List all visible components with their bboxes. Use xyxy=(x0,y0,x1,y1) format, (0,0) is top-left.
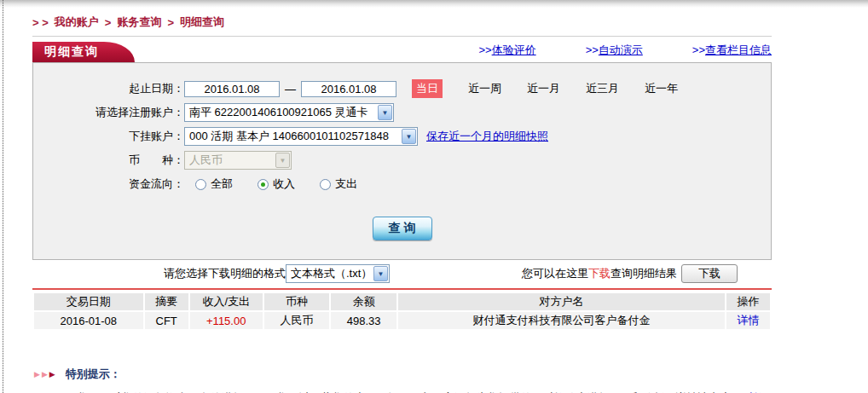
cell-action: 详情 xyxy=(726,312,770,329)
currency-row: 币 种： 人民币 ▼ xyxy=(33,148,771,172)
quick-range-month-button[interactable]: 近一月 xyxy=(527,81,560,96)
link-prefix: >> xyxy=(692,43,705,56)
flow-option-income-label: 收入 xyxy=(273,176,295,192)
date-from-input[interactable] xyxy=(184,81,280,97)
download-hint-suffix: 查询明细结果 xyxy=(610,266,677,281)
chevron-down-icon: ▼ xyxy=(373,266,388,281)
col-header-action: 操作 xyxy=(726,293,770,310)
flow-option-income[interactable]: 收入 xyxy=(258,176,295,192)
quick-range-year-button[interactable]: 近一年 xyxy=(645,81,678,96)
triangle-arrow-icon: ▶ xyxy=(34,371,40,379)
col-header-date: 交易日期 xyxy=(34,293,143,310)
quick-range-3months-button[interactable]: 近三月 xyxy=(586,81,619,96)
sub-account-row: 下挂账户： 000 活期 基本户 1406600101102571848 ▼ 保… xyxy=(33,124,771,148)
page-title: 明细查询 xyxy=(44,44,99,58)
download-hint-emphasis: 下载 xyxy=(588,266,610,281)
currency-value: 人民币 xyxy=(185,153,275,168)
col-header-amount: 收入/支出 xyxy=(190,293,263,310)
col-header-summary: 摘要 xyxy=(145,293,188,310)
breadcrumb-separator: > xyxy=(167,16,174,29)
table-header-row: 交易日期 摘要 收入/支出 币种 余额 对方户名 操作 xyxy=(34,293,770,310)
top-gradient-bar xyxy=(0,0,868,8)
cell-summary: CFT xyxy=(145,312,188,329)
fund-flow-row: 资金流向： 全部 收入 支出 xyxy=(33,172,771,196)
link-auto-demo[interactable]: >>自动演示 xyxy=(586,43,643,58)
top-links: >>体验评价 >>自动演示 >>查看栏目信息 xyxy=(478,43,772,62)
col-header-balance: 余额 xyxy=(331,293,396,310)
radio-unchecked-icon[interactable] xyxy=(320,179,331,190)
breadcrumb-detail-query: 明细查询 xyxy=(180,14,224,30)
chevron-down-icon: ▼ xyxy=(275,153,290,168)
sub-account-label: 下挂账户： xyxy=(33,129,184,144)
link-label: 体验评价 xyxy=(492,43,536,56)
register-account-select[interactable]: 南平 6222001406100921065 灵通卡 ▼ xyxy=(184,103,394,122)
cell-balance: 498.33 xyxy=(331,312,396,329)
date-to-input[interactable] xyxy=(301,81,396,97)
download-hint-prefix: 您可以在这里 xyxy=(522,266,588,281)
query-form-panel: 起止日期： — 当日 近一周 近一月 近三月 近一年 请选择注册账户： 南平 6… xyxy=(32,62,772,260)
quick-range-week-button[interactable]: 近一周 xyxy=(468,81,501,96)
radio-checked-icon[interactable] xyxy=(258,179,269,190)
results-table: 交易日期 摘要 收入/支出 币种 余额 对方户名 操作 2016-01-08 C… xyxy=(32,292,772,331)
download-format-label: 请您选择下载明细的格式 xyxy=(164,266,286,281)
register-account-row: 请选择注册账户： 南平 6222001406100921065 灵通卡 ▼ xyxy=(33,101,771,124)
flow-option-all[interactable]: 全部 xyxy=(195,176,233,192)
fund-flow-label: 资金流向： xyxy=(33,176,184,192)
table-top-rule xyxy=(32,288,772,290)
date-separator: — xyxy=(285,83,296,95)
col-header-counterparty: 对方户名 xyxy=(398,293,725,310)
cell-counterparty: 财付通支付科技有限公司客户备付金 xyxy=(398,312,725,329)
notes-title: 特别提示： xyxy=(66,367,121,382)
flow-option-expense[interactable]: 支出 xyxy=(320,176,357,192)
main-content: > > 我的账户 > 账务查询 > 明细查询 明细查询 >>体验评价 >>自动演… xyxy=(32,14,772,393)
cell-currency: 人民币 xyxy=(264,312,330,329)
download-button[interactable]: 下载 xyxy=(681,264,738,283)
detail-link[interactable]: 详情 xyxy=(737,314,759,327)
link-view-column-info[interactable]: >>查看栏目信息 xyxy=(692,43,772,58)
col-header-currency: 币种 xyxy=(264,293,330,310)
save-monthly-snapshot-link[interactable]: 保存近一个月的明细快照 xyxy=(426,129,548,144)
chevron-down-icon: ▼ xyxy=(402,129,416,144)
link-label: 查看栏目信息 xyxy=(705,43,772,56)
query-button-row: 查 询 xyxy=(33,217,771,240)
date-range-row: 起止日期： — 当日 近一周 近一月 近三月 近一年 xyxy=(33,77,771,101)
link-prefix: >> xyxy=(478,43,491,56)
date-range-label: 起止日期： xyxy=(33,81,184,96)
currency-label: 币 种： xyxy=(33,153,184,168)
special-notes: ▶ ▶ ▶ 特别提示： 1. 如果您需要对您的银行资产、负债进行管理，您可以下载… xyxy=(32,367,772,393)
download-hint-group: 您可以在这里下载查询明细结果 下载 xyxy=(522,264,738,283)
breadcrumb-chevrons: > > xyxy=(32,16,49,29)
breadcrumb-divider xyxy=(32,36,772,37)
breadcrumb: > > 我的账户 > 账务查询 > 明细查询 xyxy=(32,14,772,30)
tab-detail-query: 明细查询 xyxy=(32,42,104,62)
link-label: 自动演示 xyxy=(599,43,643,56)
breadcrumb-my-account[interactable]: 我的账户 xyxy=(55,14,99,30)
triangle-arrow-icon: ▶ xyxy=(42,371,48,379)
link-prefix: >> xyxy=(586,43,599,56)
quick-range-today-button[interactable]: 当日 xyxy=(412,79,443,98)
link-experience-review[interactable]: >>体验评价 xyxy=(478,43,535,58)
breadcrumb-account-query[interactable]: 账务查询 xyxy=(117,14,161,30)
table-row: 2016-01-08 CFT +115.00 人民币 498.33 财付通支付科… xyxy=(34,312,770,329)
register-account-label: 请选择注册账户： xyxy=(33,105,184,120)
triangle-arrow-icon: ▶ xyxy=(49,371,55,379)
radio-unchecked-icon[interactable] xyxy=(195,179,206,190)
register-account-value: 南平 6222001406100921065 灵通卡 xyxy=(185,105,377,120)
notes-header: ▶ ▶ ▶ 特别提示： xyxy=(32,367,772,382)
left-dotted-border xyxy=(3,0,3,393)
tab-row: 明细查询 >>体验评价 >>自动演示 >>查看栏目信息 xyxy=(32,41,772,62)
breadcrumb-separator: > xyxy=(105,16,112,29)
currency-select-disabled: 人民币 ▼ xyxy=(184,151,292,170)
download-row: 请您选择下载明细的格式 文本格式（.txt） ▼ 您可以在这里下载查询明细结果 … xyxy=(32,263,772,284)
flow-option-all-label: 全部 xyxy=(211,176,233,192)
chevron-down-icon: ▼ xyxy=(378,105,392,120)
download-format-value: 文本格式（.txt） xyxy=(286,266,373,281)
cell-amount: +115.00 xyxy=(190,312,263,329)
sub-account-select[interactable]: 000 活期 基本户 1406600101102571848 ▼ xyxy=(184,127,418,146)
download-format-group: 请您选择下载明细的格式 文本格式（.txt） ▼ xyxy=(164,264,390,283)
query-button[interactable]: 查 询 xyxy=(373,217,432,240)
download-format-select[interactable]: 文本格式（.txt） ▼ xyxy=(286,264,390,283)
cell-date: 2016-01-08 xyxy=(34,312,143,329)
flow-option-expense-label: 支出 xyxy=(335,176,357,192)
sub-account-value: 000 活期 基本户 1406600101102571848 xyxy=(185,129,401,144)
